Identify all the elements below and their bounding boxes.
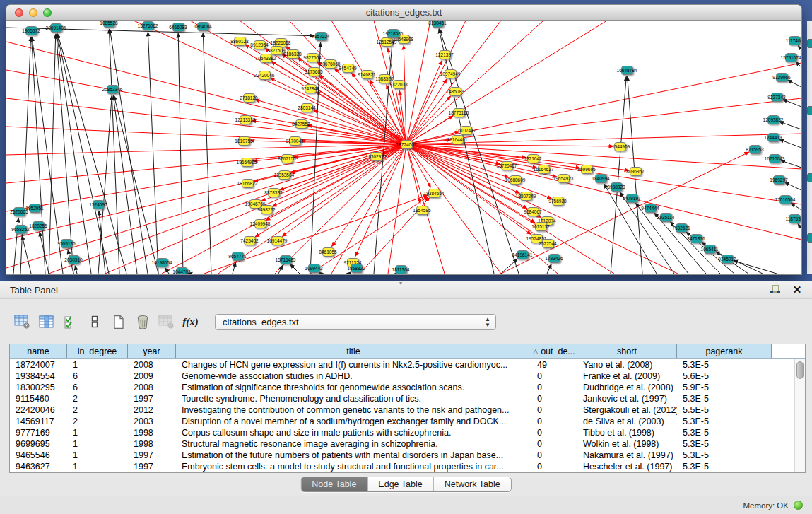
graph-node[interactable]: 2718120 [243, 93, 255, 103]
graph-node[interactable]: 22420046 [259, 71, 271, 80]
table-row[interactable]: 911546021997Tourette syndrome. Phenomeno… [10, 393, 805, 404]
graph-node[interactable]: 14196141 [517, 250, 529, 259]
graph-node[interactable]: 8427552 [295, 119, 307, 129]
graph-node[interactable]: 1524690 [93, 200, 105, 209]
graph-node[interactable]: 9322033 [393, 80, 405, 89]
graph-node[interactable]: 20853346 [107, 85, 119, 94]
column-header-pagerank[interactable]: pagerank [677, 344, 772, 358]
column-header-short[interactable]: short [577, 344, 677, 358]
graph-node[interactable]: 6466083 [172, 23, 184, 32]
graph-node[interactable]: 10974949 [445, 69, 457, 78]
column-header-in_degree[interactable]: in_degree [67, 344, 128, 358]
graph-node[interactable]: 2030510 [68, 255, 80, 264]
graph-node[interactable]: 1065411 [704, 245, 716, 254]
graph-node[interactable]: 2520605 [13, 207, 25, 216]
table-row[interactable]: 946554611997Estimation of the future num… [10, 450, 805, 461]
graph-node[interactable]: 8454749 [342, 64, 354, 73]
graph-node[interactable]: 19654905 [241, 158, 253, 167]
graph-node[interactable]: 12512549 [381, 37, 393, 47]
graph-node[interactable]: 8267150 [281, 154, 293, 163]
graph-node[interactable]: 1810755 [238, 136, 250, 146]
graph-node[interactable]: 18807249 [520, 192, 532, 201]
graph-node[interactable]: 19654923 [558, 174, 570, 183]
graph-node[interactable]: 1244413 [767, 133, 779, 142]
graph-node[interactable]: 1969297 [773, 175, 785, 185]
window-title-bar[interactable]: citations_edges.txt [6, 5, 801, 21]
close-panel-icon[interactable]: ✕ [791, 284, 804, 296]
graph-node[interactable]: 1733426 [548, 254, 560, 263]
graph-node[interactable]: 16648784 [621, 66, 633, 75]
float-panel-icon[interactable] [769, 284, 782, 296]
zoom-button[interactable] [43, 8, 52, 17]
memory-status-indicator[interactable] [794, 501, 803, 510]
graph-node[interactable]: 15276062 [142, 21, 154, 30]
graph-node[interactable]: 9684067 [527, 207, 539, 216]
graph-node[interactable]: 8186328 [287, 49, 299, 59]
tab-network-table[interactable]: Network Table [433, 477, 511, 491]
graph-node[interactable]: 1117404 [789, 36, 801, 45]
graph-node[interactable]: 12093832 [767, 115, 779, 124]
graph-node[interactable]: 16198054 [156, 258, 168, 267]
graph-node[interactable]: 1099442 [308, 264, 320, 273]
create-column-icon[interactable] [109, 313, 128, 332]
table-row[interactable]: 1830029562008Estimation of significance … [10, 382, 805, 393]
graph-node[interactable]: 1820255 [33, 221, 45, 230]
row-options-icon[interactable] [85, 313, 104, 332]
show-columns-icon[interactable] [37, 313, 56, 332]
graph-node[interactable]: 9756928 [552, 197, 564, 206]
select-columns-icon[interactable] [61, 313, 80, 332]
graph-node[interactable]: 16107427 [460, 126, 472, 135]
table-row[interactable]: 977716911998Corpus callosum shape and si… [10, 427, 805, 438]
graph-node[interactable]: 9242848 [305, 84, 317, 93]
graph-node[interactable]: 17016504 [779, 195, 792, 204]
graph-node[interactable]: 9658252 [15, 225, 27, 234]
graph-node[interactable]: 19166822 [242, 179, 254, 188]
graph-node[interactable]: 9699695 [581, 165, 593, 174]
graph-node[interactable]: 20691406 [50, 23, 62, 33]
graph-node[interactable]: 3175685 [308, 67, 320, 76]
graph-node[interactable]: 15716485 [280, 255, 292, 264]
graph-node[interactable]: 7957224 [315, 32, 327, 41]
graph-node[interactable]: 8215953 [749, 145, 761, 154]
close-button[interactable] [15, 8, 23, 17]
graph-node[interactable]: 8938923 [611, 182, 623, 192]
graph-node[interactable]: 1187533 [789, 214, 801, 223]
graph-node[interactable]: 19302975 [370, 152, 382, 161]
graph-node[interactable]: 10688609 [510, 175, 522, 185]
table-row[interactable]: 1938455462009Genome-wide association stu… [10, 370, 805, 382]
graph-node[interactable]: 1221397 [439, 50, 451, 59]
graph-node[interactable]: 8912954 [254, 40, 266, 49]
graph-node-hub[interactable]: 18724007 [401, 140, 413, 149]
graph-node[interactable]: 12409948 [254, 219, 266, 228]
graph-node[interactable]: 19384554 [428, 189, 440, 198]
graph-node[interactable]: 11353584 [278, 170, 290, 180]
graph-node[interactable]: 1354585 [416, 206, 428, 215]
column-header-title[interactable]: title [176, 344, 531, 358]
minimize-button[interactable] [29, 8, 37, 17]
column-header-name[interactable]: name [10, 344, 67, 358]
graph-node[interactable]: 9827504 [307, 53, 319, 62]
graph-node[interactable]: 19218586 [387, 29, 399, 38]
graph-node[interactable]: 2522544 [542, 239, 554, 248]
column-header-out_de[interactable]: △out_de... [531, 344, 577, 358]
graph-node[interactable]: 1952951 [29, 204, 41, 213]
graph-node[interactable]: 9245012 [722, 255, 734, 264]
delete-columns-icon[interactable] [133, 313, 152, 332]
graph-node[interactable]: 1858320 [351, 264, 363, 273]
tab-edge-table[interactable]: Edge Table [367, 477, 433, 491]
graph-node[interactable]: 18775165 [453, 108, 465, 117]
table-row[interactable]: 2242004622012Investigating the contribut… [10, 404, 805, 416]
table-row[interactable]: 969969511998Structural magnetic resonanc… [10, 438, 805, 450]
graph-node[interactable]: 1321642 [527, 154, 539, 163]
graph-node[interactable]: 8461055 [322, 247, 334, 257]
graph-node[interactable]: 2803144 [301, 103, 313, 112]
graph-node[interactable]: 9827509 [271, 46, 283, 55]
table-selector-dropdown[interactable]: citations_edges.txt ▲▼ [215, 314, 496, 330]
graph-node[interactable]: 15720407 [501, 161, 513, 170]
splitter-grip[interactable]: ▾ [399, 281, 408, 286]
tab-node-table[interactable]: Node Table [301, 477, 367, 491]
graph-node[interactable]: 9329966 [776, 73, 788, 82]
graph-node[interactable]: 16914479 [271, 236, 283, 245]
graph-node[interactable]: 9227343 [771, 93, 783, 102]
column-header-year[interactable]: year [128, 344, 176, 358]
